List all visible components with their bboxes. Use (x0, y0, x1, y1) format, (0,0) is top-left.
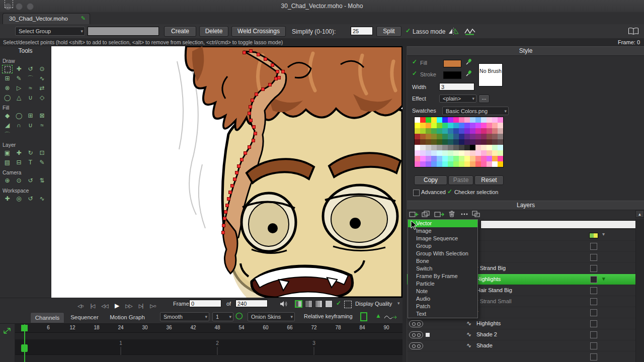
stroke-width-input[interactable] (439, 83, 474, 90)
palette-swatch[interactable] (431, 117, 437, 123)
menu-item-switch[interactable]: Switch (408, 265, 477, 273)
step-back-button[interactable]: ◁◁ (99, 303, 111, 309)
layer-checkbox[interactable] (590, 276, 597, 283)
palette-swatch[interactable] (442, 117, 448, 123)
tool-transform-layer[interactable]: ⊡ (37, 149, 47, 157)
tool-weld-points[interactable]: ∪ (25, 94, 36, 102)
palette-swatch[interactable] (464, 134, 470, 139)
layer-checkbox[interactable] (590, 309, 597, 316)
palette-swatch[interactable] (481, 150, 487, 156)
tool-wiggle[interactable]: ≈ (25, 84, 36, 93)
palette-swatch[interactable] (415, 150, 420, 156)
palette-swatch[interactable] (426, 145, 431, 150)
tool-stroke-exposure[interactable]: ⌒ (2, 131, 13, 139)
jump-to-start-button[interactable]: ◁○ (74, 303, 87, 309)
fill-checkbox[interactable]: ✓ (412, 58, 417, 65)
palette-swatch[interactable] (470, 161, 475, 167)
palette-swatch[interactable] (481, 156, 487, 161)
palette-swatch[interactable] (448, 145, 453, 150)
layers-scroll-up-button[interactable]: ▲ (635, 210, 644, 218)
tool-pan-workspace[interactable]: ✚ (2, 195, 13, 203)
menu-item-patch[interactable]: Patch (408, 303, 477, 310)
palette-swatch[interactable] (459, 161, 464, 167)
palette-swatch[interactable] (442, 161, 448, 167)
palette-swatch[interactable] (437, 128, 442, 134)
palette-swatch[interactable] (470, 150, 475, 156)
tool-freehand[interactable]: ∿ (37, 74, 47, 83)
tool-translate-points[interactable]: ✚ (14, 65, 24, 73)
palette-swatch[interactable] (426, 123, 431, 128)
palette-swatch[interactable] (459, 123, 464, 128)
palette-swatch[interactable] (431, 134, 437, 139)
palette-swatch[interactable] (475, 134, 481, 139)
tool-switch-layer[interactable]: ⊟ (14, 158, 24, 167)
tab-motion-graph[interactable]: Motion Graph (105, 312, 150, 322)
palette-swatch[interactable] (464, 150, 470, 156)
layer-checkbox[interactable] (590, 331, 597, 338)
tool-draw-shape[interactable]: ▷ (14, 84, 24, 93)
palette-swatch[interactable] (453, 150, 459, 156)
layer-row-shade-2[interactable]: ∿Shade 2 (407, 329, 635, 340)
palette-swatch[interactable] (475, 123, 481, 128)
create-button[interactable]: Create (164, 26, 196, 37)
palette-swatch[interactable] (464, 161, 470, 167)
palette-swatch[interactable] (415, 128, 420, 134)
palette-swatch[interactable] (487, 128, 492, 134)
palette-swatch[interactable] (481, 145, 487, 150)
palette-swatch[interactable] (487, 150, 492, 156)
palette-swatch[interactable] (448, 117, 453, 123)
layer-checkbox[interactable] (590, 265, 597, 272)
tool-insert-text[interactable]: T (25, 158, 36, 167)
tool-delete-edge[interactable]: ⊗ (2, 84, 13, 93)
tool-add-layer[interactable]: ✚ (14, 149, 24, 157)
checker-selection-checkbox[interactable]: ✓ (447, 188, 452, 195)
palette-swatch[interactable] (498, 117, 503, 123)
tool-roll-camera[interactable]: ↺ (25, 176, 36, 185)
layer-checkbox[interactable] (590, 353, 597, 360)
menu-item-image[interactable]: Image (408, 227, 477, 235)
palette-swatch[interactable] (464, 145, 470, 150)
palette-swatch[interactable] (453, 161, 459, 167)
tool-smooth-shape[interactable]: ≈ (37, 121, 47, 130)
reset-style-button[interactable]: Reset (474, 175, 504, 185)
palette-swatch[interactable] (470, 123, 475, 128)
palette-swatch[interactable] (470, 117, 475, 123)
previous-keyframe-button[interactable]: |◁ (87, 303, 99, 309)
palette-swatch[interactable] (448, 156, 453, 161)
palette-swatch[interactable] (448, 123, 453, 128)
menu-item-frame-by-frame[interactable]: Frame By Frame (408, 273, 477, 280)
menu-item-particle[interactable]: Particle (408, 280, 477, 288)
palette-swatch[interactable] (453, 156, 459, 161)
tool-delete-shape[interactable]: ⊠ (37, 112, 47, 120)
palette-swatch[interactable] (420, 117, 426, 123)
group-name-field[interactable] (88, 27, 159, 36)
tool-flip-points[interactable]: ⇄ (37, 84, 47, 93)
palette-swatch[interactable] (426, 156, 431, 161)
palette-swatch[interactable] (420, 134, 426, 139)
palette-swatch[interactable] (492, 145, 498, 150)
simplify-input[interactable] (351, 27, 373, 35)
palette-swatch[interactable] (415, 134, 420, 139)
tool-create-shape[interactable]: ◯ (14, 112, 24, 120)
palette-swatch[interactable] (420, 156, 426, 161)
menu-item-note[interactable]: Note (408, 288, 477, 295)
palette-swatch[interactable] (437, 150, 442, 156)
tool-transform-points[interactable]: ⊞ (2, 74, 13, 83)
palette-swatch[interactable] (470, 156, 475, 161)
palette-swatch[interactable] (492, 161, 498, 167)
add-keyframe-icon[interactable]: ▲ (375, 312, 381, 319)
palette-swatch[interactable] (442, 150, 448, 156)
palette-swatch[interactable] (415, 161, 420, 167)
palette-swatch[interactable] (415, 156, 420, 161)
palette-swatch[interactable] (498, 134, 503, 139)
tool-follow-path[interactable]: ▣ (2, 149, 13, 157)
menu-item-group[interactable]: Group (408, 242, 477, 250)
tool-rotate-points[interactable]: ↺ (25, 65, 36, 73)
playhead-seconds-handle[interactable] (21, 344, 28, 352)
palette-swatch[interactable] (481, 134, 487, 139)
tool-pan-tilt-camera[interactable]: ⇅ (37, 176, 47, 185)
layer-checkbox[interactable] (590, 342, 597, 349)
total-frames-input[interactable] (235, 300, 268, 307)
palette-swatch[interactable] (464, 139, 470, 145)
palette-swatch[interactable] (453, 139, 459, 145)
